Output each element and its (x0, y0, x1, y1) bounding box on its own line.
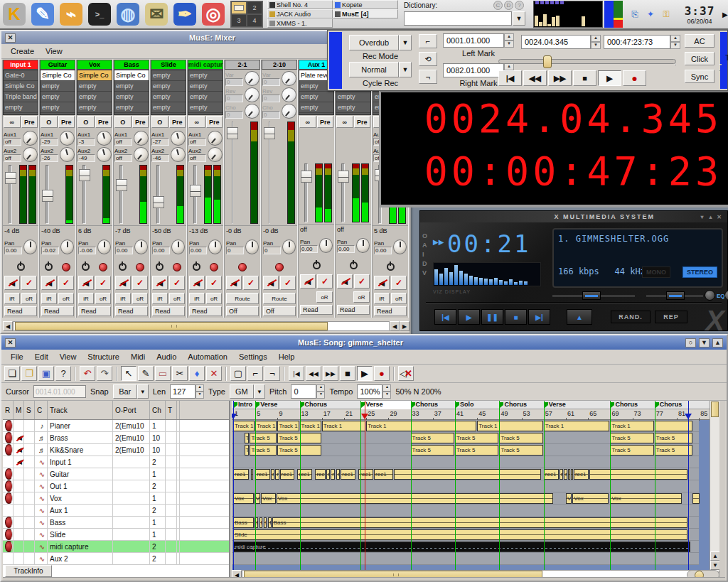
column-header-ch[interactable]: Ch (150, 401, 166, 419)
solo-button[interactable]: ✓ (317, 274, 333, 289)
effect-slot[interactable]: empty (4, 102, 38, 113)
arranger-part[interactable]: rec1 (374, 469, 393, 480)
send-value[interactable]: off (114, 138, 132, 146)
arranger-part[interactable]: Vox (277, 493, 553, 504)
song-menu-edit[interactable]: Edit (30, 351, 53, 362)
solo-button[interactable]: ✓ (280, 276, 296, 290)
stop-button[interactable]: ■ (340, 366, 355, 381)
track-row[interactable]: ♪Pianer2(Emu101 (3, 420, 229, 432)
arranger-part[interactable]: Vox (610, 493, 681, 504)
clock-applet[interactable]: 3:37 06/20/04 (678, 4, 721, 25)
pre-button[interactable]: Pre (21, 116, 38, 128)
arranger-part[interactable]: Track 1 (255, 421, 277, 431)
pre-button[interactable]: Pre (58, 116, 75, 128)
automation-mode-button[interactable]: Off (226, 306, 259, 316)
route-or-button[interactable]: oR (169, 293, 185, 304)
song-menu-midi[interactable]: Midi (126, 351, 150, 362)
left-mark-spinbox[interactable]: 0001.01.000 ▲▼ (443, 33, 514, 48)
arranger-part[interactable]: Track 1 (322, 421, 365, 431)
fader[interactable] (226, 120, 239, 225)
track-port-cell[interactable] (113, 492, 150, 504)
song-menu-help[interactable]: Help (274, 351, 300, 362)
route-or-button[interactable]: oR (206, 293, 222, 304)
track-row[interactable]: ∿Aux 12 (3, 505, 229, 517)
track-solo-cell[interactable] (24, 517, 35, 528)
send-knob[interactable] (23, 131, 38, 146)
pan-value[interactable]: -0.02 (41, 247, 59, 254)
record-button[interactable]: ● (623, 70, 646, 86)
snap-combo[interactable]: Bar ▼ (113, 384, 149, 399)
power-icon[interactable] (17, 263, 25, 271)
send-knob[interactable] (97, 147, 112, 162)
len-spinbox[interactable]: 127 ▲▼ (170, 384, 204, 399)
effect-slot[interactable]: Gate-0 (4, 70, 38, 81)
column-header-r[interactable]: R (3, 401, 14, 419)
send-knob[interactable] (245, 104, 259, 119)
mixer-close-button[interactable]: ✕ (5, 33, 16, 43)
marker-flag[interactable]: Chorus (411, 401, 439, 409)
arranger-part[interactable] (655, 421, 693, 431)
track-row[interactable]: ∿Slide1 (3, 529, 229, 541)
route-ir-button[interactable]: iR (41, 293, 57, 304)
panel-hide-arrow[interactable]: ▶ (722, 11, 728, 18)
automation-mode-button[interactable]: Read (152, 306, 185, 316)
send-knob[interactable] (60, 131, 75, 146)
pan-knob[interactable] (97, 239, 111, 254)
mute-button[interactable]: ◀ (41, 276, 57, 290)
effect-slot[interactable]: empty (188, 92, 223, 102)
track-port-cell[interactable]: 2(Emu10 (113, 420, 150, 431)
record-button[interactable]: ● (374, 366, 390, 381)
xmms-clutter-d[interactable]: D (422, 260, 427, 267)
pan-knob[interactable] (134, 239, 148, 254)
fader-handle[interactable] (5, 172, 16, 184)
trackinfo-button[interactable]: TrackInfo (5, 565, 52, 577)
punch-in-button[interactable]: ⌐ (419, 34, 437, 48)
effect-slot[interactable]: empty (77, 81, 112, 92)
pitch-arrows[interactable]: ▲▼ (316, 384, 325, 399)
effect-slot[interactable]: empty (77, 92, 112, 102)
xmms-prev-button[interactable]: |◀ (434, 309, 456, 325)
xmms-pl-button[interactable] (724, 290, 728, 301)
track-mute-cell[interactable] (14, 517, 24, 528)
line2-tool-button[interactable]: ¬ (264, 366, 280, 381)
route-ir-button[interactable]: iR (374, 293, 390, 304)
track-channel-cell[interactable]: 1 (150, 492, 166, 504)
panic-button[interactable]: ◁✕ (398, 366, 414, 381)
track-row[interactable]: ∿Bass1 (3, 517, 229, 529)
track-mute-cell[interactable]: ◀ (14, 444, 24, 456)
record-arm-button[interactable] (275, 263, 284, 271)
effect-slot[interactable]: empty (188, 102, 223, 113)
marker-flag[interactable]: Chorus (499, 401, 527, 409)
forward-button[interactable]: ▶▶ (323, 366, 338, 381)
track-channel-cell[interactable]: 1 (150, 517, 166, 528)
rec-mode-combo[interactable]: Overdub ▼ (349, 35, 412, 50)
mute-button[interactable]: ◀ (115, 276, 131, 290)
xmms-clutter-v[interactable]: V (422, 269, 427, 276)
mute-button[interactable]: ◀ (263, 276, 279, 290)
solo-button[interactable]: ✓ (58, 276, 74, 290)
xmms-pause-button[interactable]: ❚❚ (481, 309, 503, 325)
automation-mode-button[interactable]: Read (4, 306, 37, 316)
xmms-shade-button[interactable]: ▴ (708, 214, 714, 220)
pan-knob[interactable] (23, 239, 37, 254)
track-name-cell[interactable]: Brass (48, 432, 113, 443)
arranger-part[interactable]: Track 5 (610, 445, 653, 456)
track-mute-cell[interactable] (14, 553, 24, 564)
task-button[interactable]: Shell No. 4 (267, 0, 333, 9)
track-channel-cell[interactable]: 1 (150, 420, 166, 431)
fader[interactable] (41, 163, 54, 225)
solo-button[interactable]: ✓ (132, 276, 148, 290)
route-ir-button[interactable]: iR (4, 293, 20, 304)
timeline-ruler[interactable]: 1591317212529333741454953576165697377818… (232, 409, 719, 420)
send-value[interactable]: -3 (77, 138, 95, 146)
arranger-vscrollbar[interactable]: ▲ ▼ (710, 401, 719, 570)
marker-flag[interactable]: Verse (544, 401, 566, 409)
send-knob[interactable] (60, 147, 75, 162)
arranger-part[interactable]: T (245, 445, 250, 456)
arranger-scroll-down[interactable]: ▼ (710, 561, 719, 570)
track-name-cell[interactable]: Pianer (48, 420, 113, 431)
arranger-part[interactable]: rec1 (255, 469, 270, 480)
track-solo-cell[interactable] (24, 480, 35, 492)
arranger-part[interactable]: rec1 (574, 469, 589, 480)
column-header-c[interactable]: C (35, 401, 48, 419)
